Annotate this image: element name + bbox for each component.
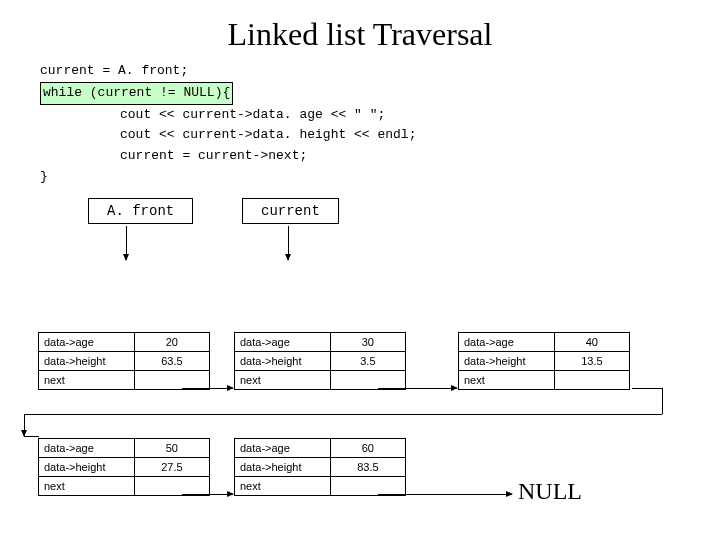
node-4-age-label: data->age: [235, 439, 331, 458]
node-1-height-label: data->height: [235, 352, 331, 371]
code-line-6: }: [40, 167, 720, 188]
page-title: Linked list Traversal: [0, 16, 720, 53]
node-4-age: 60: [330, 439, 405, 458]
node-4-height-label: data->height: [235, 458, 331, 477]
node-0: data->age20 data->height63.5 next: [38, 332, 210, 390]
wrap-seg-e: [24, 436, 39, 437]
node-0-next-label: next: [39, 371, 135, 390]
node-1-age: 30: [330, 333, 405, 352]
node-3-height: 27.5: [134, 458, 209, 477]
wrap-seg-a: [632, 388, 662, 389]
pointer-area: A. front current: [0, 198, 720, 278]
front-arrow: [126, 226, 127, 260]
node-3-next-label: next: [39, 477, 135, 496]
node-2-height: 13.5: [554, 352, 629, 371]
wrap-seg-b: [662, 388, 663, 414]
node-2-age: 40: [554, 333, 629, 352]
node-4-next-label: next: [235, 477, 331, 496]
node-0-age: 20: [134, 333, 209, 352]
node-1-height: 3.5: [330, 352, 405, 371]
node-0-age-label: data->age: [39, 333, 135, 352]
arrow-3-to-4: [182, 494, 233, 495]
node-1: data->age30 data->height3.5 next: [234, 332, 406, 390]
node-2-next-label: next: [459, 371, 555, 390]
wrap-seg-d: [24, 414, 25, 436]
null-label: NULL: [518, 478, 582, 505]
code-line-4: cout << current->data. height << endl;: [40, 125, 720, 146]
front-pointer-box: A. front: [88, 198, 193, 224]
node-3: data->age50 data->height27.5 next: [38, 438, 210, 496]
node-1-age-label: data->age: [235, 333, 331, 352]
current-pointer-box: current: [242, 198, 339, 224]
code-line-5: current = current->next;: [40, 146, 720, 167]
current-arrow: [288, 226, 289, 260]
nodes-area: data->age20 data->height63.5 next data->…: [38, 332, 700, 528]
arrow-0-to-1: [182, 388, 233, 389]
node-4: data->age60 data->height83.5 next: [234, 438, 406, 496]
node-3-age: 50: [134, 439, 209, 458]
wrap-seg-c: [24, 414, 662, 415]
code-block: current = A. front; while (current != NU…: [40, 61, 720, 188]
node-4-height: 83.5: [330, 458, 405, 477]
arrow-4-to-null: [378, 494, 512, 495]
code-line-3: cout << current->data. age << " ";: [40, 105, 720, 126]
node-1-next-label: next: [235, 371, 331, 390]
code-line-2-highlight: while (current != NULL){: [40, 82, 233, 105]
node-3-height-label: data->height: [39, 458, 135, 477]
node-0-height-label: data->height: [39, 352, 135, 371]
node-3-age-label: data->age: [39, 439, 135, 458]
node-2-height-label: data->height: [459, 352, 555, 371]
node-2: data->age40 data->height13.5 next: [458, 332, 630, 390]
node-2-age-label: data->age: [459, 333, 555, 352]
code-line-1: current = A. front;: [40, 61, 720, 82]
node-0-height: 63.5: [134, 352, 209, 371]
arrow-1-to-2: [378, 388, 457, 389]
